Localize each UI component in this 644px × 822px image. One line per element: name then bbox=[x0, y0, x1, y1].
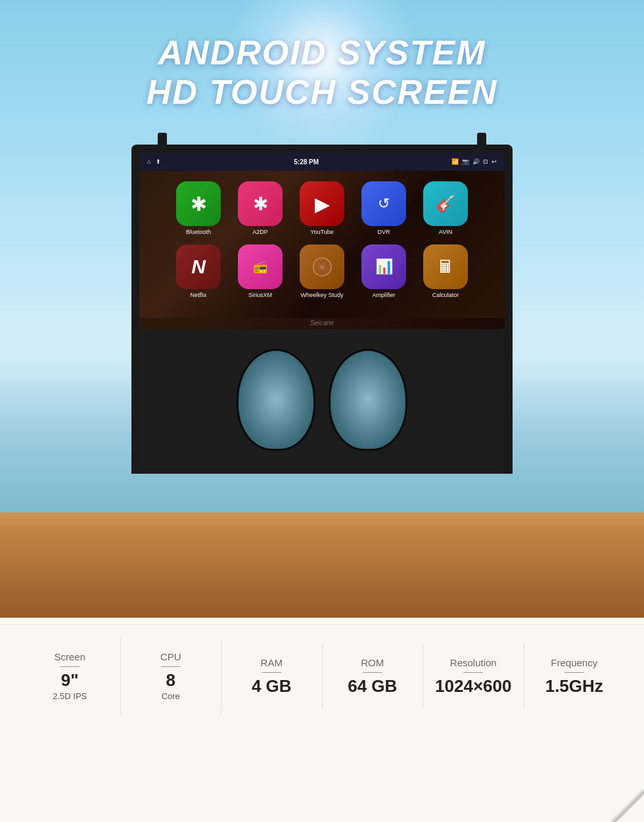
a2dp-icon-box: ✱ bbox=[238, 181, 283, 226]
avin-icon-box: 🎸 bbox=[423, 181, 468, 226]
youtube-label: YouTube bbox=[310, 229, 333, 235]
spec-value: 8 bbox=[127, 671, 215, 690]
specs-wrapper: Screen 9" 2.5D IPS CPU 8 Core RAM 4 GB R… bbox=[0, 624, 644, 727]
app-a2dp[interactable]: ✱ A2DP bbox=[235, 181, 286, 235]
app-wheelkey[interactable]: 🛞 Wheelkey Study bbox=[296, 244, 348, 298]
netflix-label: Netflix bbox=[190, 292, 206, 298]
spec-divider bbox=[463, 672, 483, 673]
wheelkey-symbol: 🛞 bbox=[311, 257, 333, 277]
spec-label: Resolution bbox=[430, 657, 517, 668]
app-grid: ✱ Bluetooth ✱ A2DP ▶ YouTub bbox=[139, 171, 505, 318]
antenna-left bbox=[158, 133, 167, 146]
status-right: 📶 📷 🔊 ⊡ ↩ bbox=[451, 158, 497, 165]
avin-symbol: 🎸 bbox=[436, 194, 455, 213]
spec-divider bbox=[161, 666, 181, 667]
a2dp-symbol: ✱ bbox=[253, 193, 268, 215]
spec-rom: ROM 64 GB bbox=[323, 644, 424, 709]
youtube-icon-box: ▶ bbox=[300, 181, 344, 226]
screen-icon: ⊡ bbox=[483, 158, 488, 165]
spec-divider bbox=[564, 672, 584, 673]
spec-frequency: Frequency 1.5GHz bbox=[524, 644, 625, 709]
cup-holder-right bbox=[329, 349, 407, 451]
nav-icon[interactable]: ⬆ bbox=[156, 158, 161, 165]
header-text: ANDROID SYSTEM HD TOUCH SCREEN bbox=[0, 33, 644, 112]
app-calculator[interactable]: 🖩 Calculator bbox=[420, 244, 471, 298]
spec-value: 4 GB bbox=[228, 677, 315, 696]
spec-label: Screen bbox=[26, 651, 114, 662]
spec-value: 1024×600 bbox=[430, 677, 517, 696]
netflix-icon-box: N bbox=[176, 244, 221, 289]
status-left: ⌂ ⬆ bbox=[147, 158, 161, 165]
calculator-icon-box: 🖩 bbox=[423, 244, 468, 289]
spec-divider bbox=[262, 672, 281, 673]
header-line2: HD TOUCH SCREEN bbox=[0, 72, 644, 112]
amplifier-icon-box: 📊 bbox=[361, 244, 406, 289]
app-siriusxm[interactable]: 📻 SiriusXM bbox=[235, 244, 286, 298]
watermark: Seicane bbox=[139, 318, 505, 329]
wifi-icon: 📶 bbox=[451, 158, 459, 165]
siriusxm-icon-box: 📻 bbox=[238, 244, 283, 289]
amplifier-symbol: 📊 bbox=[375, 258, 393, 275]
spec-label: ROM bbox=[329, 657, 417, 668]
avin-label: AVIN bbox=[439, 229, 452, 235]
header-line1: ANDROID SYSTEM bbox=[0, 33, 644, 72]
volume-icon: 🔊 bbox=[472, 158, 480, 165]
back-icon[interactable]: ↩ bbox=[492, 158, 497, 165]
app-bluetooth[interactable]: ✱ Bluetooth bbox=[173, 181, 224, 235]
spec-cpu: CPU 8 Core bbox=[121, 638, 222, 714]
spec-value: 9" bbox=[26, 671, 114, 690]
spec-label: CPU bbox=[127, 651, 215, 662]
calculator-label: Calculator bbox=[432, 292, 459, 298]
spec-label: RAM bbox=[228, 657, 315, 668]
netflix-symbol: N bbox=[191, 256, 206, 278]
app-row-2: N Netflix 📻 SiriusXM 🛞 Wh bbox=[147, 244, 497, 298]
spec-ram: RAM 4 GB bbox=[221, 644, 323, 709]
siriusxm-label: SiriusXM bbox=[248, 292, 272, 298]
app-netflix[interactable]: N Netflix bbox=[173, 244, 224, 298]
spec-label: Frequency bbox=[531, 657, 618, 668]
app-amplifier[interactable]: 📊 Amplifier bbox=[358, 244, 409, 298]
calculator-symbol: 🖩 bbox=[437, 257, 454, 277]
cup-holder-area bbox=[223, 349, 421, 454]
spec-resolution: Resolution 1024×600 bbox=[423, 644, 524, 709]
bluetooth-label: Bluetooth bbox=[186, 229, 211, 235]
spec-sub: Core bbox=[127, 691, 215, 701]
dvr-label: DVR bbox=[377, 229, 390, 235]
cup-holder-left bbox=[237, 349, 315, 451]
spec-value: 64 GB bbox=[329, 677, 417, 696]
status-bar: ⌂ ⬆ 5:28 PM 📶 📷 🔊 ⊡ ↩ bbox=[139, 152, 505, 171]
amplifier-label: Amplifier bbox=[372, 292, 395, 298]
spec-value: 1.5GHz bbox=[531, 677, 618, 696]
camera-icon: 📷 bbox=[462, 158, 469, 165]
app-row-1: ✱ Bluetooth ✱ A2DP ▶ YouTub bbox=[147, 181, 497, 235]
spec-sub: 2.5D IPS bbox=[26, 691, 114, 701]
android-screen[interactable]: ⌂ ⬆ 5:28 PM 📶 📷 🔊 ⊡ ↩ ✱ bbox=[139, 152, 505, 329]
bluetooth-icon-box: ✱ bbox=[176, 181, 221, 226]
lower-console bbox=[139, 329, 505, 474]
app-dvr[interactable]: ↺ DVR bbox=[358, 181, 409, 235]
car-unit: ⌂ ⬆ 5:28 PM 📶 📷 🔊 ⊡ ↩ ✱ bbox=[131, 145, 513, 474]
spec-divider bbox=[363, 672, 382, 673]
bluetooth-symbol: ✱ bbox=[191, 193, 207, 216]
bezel: ⌂ ⬆ 5:28 PM 📶 📷 🔊 ⊡ ↩ ✱ bbox=[131, 145, 513, 474]
app-youtube[interactable]: ▶ YouTube bbox=[296, 181, 348, 235]
status-time: 5:28 PM bbox=[294, 158, 319, 166]
specs-grid: Screen 9" 2.5D IPS CPU 8 Core RAM 4 GB R… bbox=[0, 625, 644, 727]
spec-divider bbox=[60, 666, 80, 667]
watermark-text: Seicane bbox=[310, 319, 334, 327]
wheelkey-label: Wheelkey Study bbox=[300, 292, 343, 298]
siriusxm-symbol: 📻 bbox=[253, 260, 267, 274]
dvr-icon-box: ↺ bbox=[361, 181, 406, 226]
youtube-play-symbol: ▶ bbox=[315, 193, 330, 216]
dvr-symbol: ↺ bbox=[378, 195, 390, 212]
antenna-right bbox=[477, 133, 486, 146]
app-avin[interactable]: 🎸 AVIN bbox=[420, 181, 471, 235]
wheelkey-icon-box: 🛞 bbox=[300, 244, 344, 289]
spec-screen: Screen 9" 2.5D IPS bbox=[20, 638, 121, 714]
home-icon[interactable]: ⌂ bbox=[147, 158, 150, 165]
a2dp-label: A2DP bbox=[252, 229, 268, 235]
